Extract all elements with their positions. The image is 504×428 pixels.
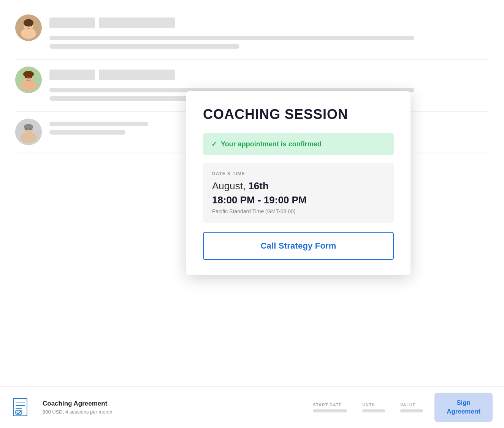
svg-point-14: [20, 132, 37, 143]
time-start: 18:00 PM: [212, 194, 255, 206]
meta-start-date: START DATE: [313, 403, 347, 412]
svg-point-5: [30, 25, 32, 27]
meta-label-start: START DATE: [313, 403, 342, 407]
meta-value-until: [362, 409, 385, 412]
svg-point-18: [30, 128, 32, 130]
contract-info: Coaching Agreement 800 USD, 4 sessions p…: [43, 400, 301, 415]
modal-card: COACHING SESSION ✓ Your appointment is c…: [186, 91, 410, 275]
sign-agreement-button[interactable]: Sign Agreement: [434, 393, 493, 422]
meta-label-value: VALUE: [400, 403, 415, 407]
time-separator: -: [255, 194, 264, 206]
meta-value-start: [313, 409, 347, 412]
sign-line2: Agreement: [447, 408, 480, 415]
line-placeholder: [49, 44, 239, 49]
confirmation-text: Your appointment is confirmed: [221, 140, 322, 148]
bottom-bar: Coaching Agreement 800 USD, 4 sessions p…: [0, 386, 504, 428]
avatar: [15, 67, 42, 93]
sign-line1: Sign: [456, 399, 471, 406]
confirmation-banner: ✓ Your appointment is confirmed: [203, 133, 394, 155]
time-line: 18:00 PM - 19:00 PM: [212, 194, 385, 206]
svg-point-12: [25, 75, 32, 79]
date-month: August,: [212, 180, 246, 192]
tag-placeholder: [49, 70, 95, 80]
content-lines: [49, 14, 489, 52]
meta-until: UNTIL: [362, 403, 385, 412]
contract-title: Coaching Agreement: [43, 400, 301, 407]
svg-point-16: [24, 124, 33, 130]
contract-subtitle: 800 USD, 4 sessions per month: [43, 409, 301, 415]
svg-point-3: [21, 28, 36, 39]
tag-placeholder: [99, 17, 175, 28]
modal-title: COACHING SESSION: [203, 106, 394, 122]
avatar: [15, 14, 42, 41]
timezone-line: Pacific Standard Time (GMT-08:00): [212, 208, 385, 214]
avatar: [15, 119, 42, 145]
list-item: [15, 8, 489, 60]
datetime-label: DATE & TIME: [212, 171, 385, 176]
time-end: 19:00 PM: [264, 194, 307, 206]
date-line: August, 16th: [212, 180, 385, 192]
datetime-card: DATE & TIME August, 16th 18:00 PM - 19:0…: [203, 163, 394, 223]
tag-placeholder: [49, 17, 95, 28]
call-strategy-button[interactable]: Call Strategy Form: [203, 232, 394, 260]
svg-point-17: [25, 128, 27, 130]
line-placeholder: [49, 130, 125, 135]
contract-meta: START DATE UNTIL VALUE: [313, 403, 423, 412]
line-placeholder: [49, 122, 148, 126]
line-placeholder: [49, 36, 414, 40]
contract-icon: [11, 398, 31, 417]
meta-label-until: UNTIL: [362, 403, 376, 407]
meta-value: VALUE: [400, 403, 423, 412]
meta-value-val: [400, 409, 423, 412]
check-icon: ✓: [211, 140, 217, 148]
date-day: 16th: [248, 180, 268, 192]
tag-placeholder: [99, 70, 175, 80]
svg-point-4: [25, 25, 27, 27]
